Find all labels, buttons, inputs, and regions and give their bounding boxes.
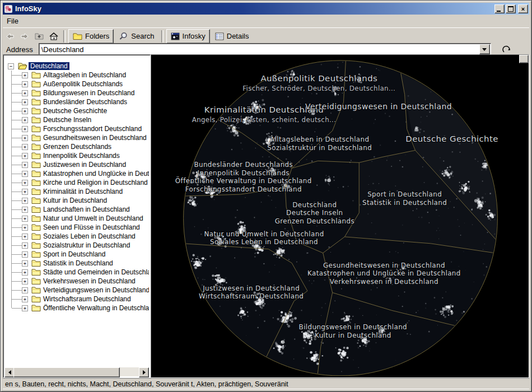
tree-item-label[interactable]: Wirtschaftsraum Deutschland xyxy=(41,295,133,303)
up-folder-button[interactable] xyxy=(32,30,46,43)
expand-icon[interactable]: + xyxy=(22,72,28,78)
expand-icon[interactable]: + xyxy=(22,81,28,87)
tree-item-label[interactable]: Alltagsleben in Deutschland xyxy=(41,71,128,79)
tree-item-label[interactable]: Landschaften in Deutschland xyxy=(41,206,132,213)
tree-row[interactable]: +Grenzen Deutschlands xyxy=(4,142,149,151)
tree-row[interactable]: +Katastrophen und Unglücke in Deutschlan… xyxy=(4,169,149,178)
expand-icon[interactable]: + xyxy=(22,189,28,195)
infosky-galaxy-canvas[interactable]: Außenpolitik DeutschlandsFischer, Schröd… xyxy=(151,55,529,377)
expand-icon[interactable]: + xyxy=(22,296,28,302)
tree-item-label[interactable]: Natur und Umwelt in Deutschland xyxy=(41,214,145,222)
tree-item-label[interactable]: Seen und Flüsse in Deutschland xyxy=(41,223,142,231)
tree-row[interactable]: +Außenpolitik Deutschlands xyxy=(4,80,149,88)
tree-row[interactable]: +Bildungswesen in Deutschland xyxy=(4,88,149,97)
tree-row[interactable]: +Verkehrswesen in Deutschland xyxy=(4,277,149,286)
infosky-view-panel[interactable]: Außenpolitik DeutschlandsFischer, Schröd… xyxy=(151,54,529,378)
expand-icon[interactable]: + xyxy=(22,153,28,159)
expand-icon[interactable]: + xyxy=(22,135,28,141)
back-button[interactable] xyxy=(3,30,17,43)
close-button[interactable]: × xyxy=(518,4,528,13)
expand-icon[interactable]: + xyxy=(22,287,28,293)
tree-row[interactable]: +Öffentliche Verwaltung in Deutschland xyxy=(4,304,149,312)
tree-row[interactable]: +Gesundheitswesen in Deutschland xyxy=(4,133,149,142)
tree-row[interactable]: +Verteidigungswesen in Deutschland xyxy=(4,286,149,295)
panel-corner-button[interactable] xyxy=(519,55,529,63)
tree-row[interactable]: +Kirche und Religion in Deutschland xyxy=(4,178,149,187)
tree-row[interactable]: +Bundesländer Deutschlands xyxy=(4,97,149,106)
tree-item-label[interactable]: Verteidigungswesen in Deutschland xyxy=(41,286,149,294)
tree-item-label[interactable]: Bundesländer Deutschlands xyxy=(41,98,129,106)
menu-file[interactable]: File xyxy=(3,16,22,26)
address-input[interactable] xyxy=(40,44,479,54)
expand-icon[interactable]: + xyxy=(22,207,28,213)
expand-icon[interactable]: + xyxy=(22,180,28,186)
tree-row[interactable]: +Alltagsleben in Deutschland xyxy=(4,71,149,80)
expand-icon[interactable]: + xyxy=(22,242,28,249)
expand-icon[interactable]: + xyxy=(22,305,28,311)
tree-item-label[interactable]: Städte und Gemeinden in Deutschland xyxy=(41,268,149,276)
details-button[interactable]: Details xyxy=(211,30,253,43)
tree-item-label[interactable]: Soziales Leben in Deutschland xyxy=(41,232,137,240)
tree-row[interactable]: +Soziales Leben in Deutschland xyxy=(4,232,149,241)
tree-row[interactable]: +Natur und Umwelt in Deutschland xyxy=(4,214,149,223)
expand-icon[interactable]: + xyxy=(22,126,28,132)
tree-row[interactable]: +Deutsche Geschichte xyxy=(4,106,149,115)
expand-icon[interactable]: + xyxy=(22,117,28,123)
tree-row[interactable]: +Deutsche Inseln xyxy=(4,115,149,124)
forward-button[interactable] xyxy=(17,30,32,43)
tree-row[interactable]: +Seen und Flüsse in Deutschland xyxy=(4,223,149,232)
tree-row[interactable]: +Statistik in Deutschland xyxy=(4,259,149,268)
tree-row[interactable]: +Innenpolitik Deutschlands xyxy=(4,151,149,160)
tree-item-label[interactable]: Grenzen Deutschlands xyxy=(41,143,113,151)
tree-row[interactable]: +Justizwesen in Deutschland xyxy=(4,160,149,169)
scroll-right-button[interactable] xyxy=(139,367,149,377)
expand-icon[interactable]: + xyxy=(22,278,28,284)
expand-icon[interactable]: + xyxy=(22,171,28,177)
tree-item-label[interactable]: Außenpolitik Deutschlands xyxy=(41,80,124,88)
home-button[interactable] xyxy=(46,30,61,43)
tree-item-label[interactable]: Bildungswesen in Deutschland xyxy=(41,89,136,97)
tree-item-label[interactable]: Deutschland xyxy=(29,62,69,70)
expand-icon[interactable]: + xyxy=(22,162,28,168)
expand-icon[interactable]: + xyxy=(22,216,28,222)
tree-row[interactable]: +Sport in Deutschland xyxy=(4,250,149,259)
tree-row[interactable]: +Kultur in Deutschland xyxy=(4,196,149,205)
tree-item-label[interactable]: Deutsche Geschichte xyxy=(41,107,109,115)
address-dropdown-button[interactable] xyxy=(479,44,490,54)
tree-item-label[interactable]: Kirche und Religion in Deutschland xyxy=(41,179,149,186)
tree-item-label[interactable]: Kultur in Deutschland xyxy=(41,197,109,204)
tree-root-row[interactable]: −Deutschland xyxy=(4,62,149,71)
tree-row[interactable]: +Forschungsstandort Deutschland xyxy=(4,124,149,133)
tree-row[interactable]: +Wirtschaftsraum Deutschland xyxy=(4,295,149,304)
folders-toggle-button[interactable]: Folders xyxy=(68,29,114,44)
tree-row[interactable]: +Kriminalität in Deutschland xyxy=(4,187,149,196)
tree-row[interactable]: +Landschaften in Deutschland xyxy=(4,205,149,214)
tree-item-label[interactable]: Sozialstruktur in Deutschland xyxy=(41,241,132,249)
expand-icon[interactable]: + xyxy=(22,90,28,96)
collapse-icon[interactable]: − xyxy=(8,63,14,69)
expand-icon[interactable]: + xyxy=(22,198,28,204)
tree-item-label[interactable]: Statistik in Deutschland xyxy=(41,259,115,267)
tree-item-label[interactable]: Öffentliche Verwaltung in Deutschland xyxy=(41,304,149,312)
tree-row[interactable]: +Städte und Gemeinden in Deutschland xyxy=(4,268,149,277)
expand-icon[interactable]: + xyxy=(22,234,28,240)
minimize-button[interactable] xyxy=(494,4,505,13)
scrollbar-thumb[interactable] xyxy=(13,367,120,377)
tree-item-label[interactable]: Sport in Deutschland xyxy=(41,250,107,258)
tree-item-label[interactable]: Justizwesen in Deutschland xyxy=(41,161,128,169)
tree-item-label[interactable]: Verkehrswesen in Deutschland xyxy=(41,277,137,285)
expand-icon[interactable]: + xyxy=(22,269,28,276)
tree-horizontal-scrollbar[interactable] xyxy=(4,367,149,376)
tree-row[interactable]: +Sozialstruktur in Deutschland xyxy=(4,241,149,250)
expand-icon[interactable]: + xyxy=(22,260,28,267)
history-back-button[interactable] xyxy=(499,43,515,55)
tree-item-label[interactable]: Forschungsstandort Deutschland xyxy=(41,125,143,133)
expand-icon[interactable]: + xyxy=(22,99,28,105)
expand-icon[interactable]: + xyxy=(22,251,28,258)
expand-icon[interactable]: + xyxy=(22,108,28,114)
expand-icon[interactable]: + xyxy=(22,225,28,231)
expand-icon[interactable]: + xyxy=(22,144,28,150)
tree-item-label[interactable]: Gesundheitswesen in Deutschland xyxy=(41,134,148,142)
tree-item-label[interactable]: Kriminalität in Deutschland xyxy=(41,188,124,195)
tree-item-label[interactable]: Deutsche Inseln xyxy=(41,116,93,124)
